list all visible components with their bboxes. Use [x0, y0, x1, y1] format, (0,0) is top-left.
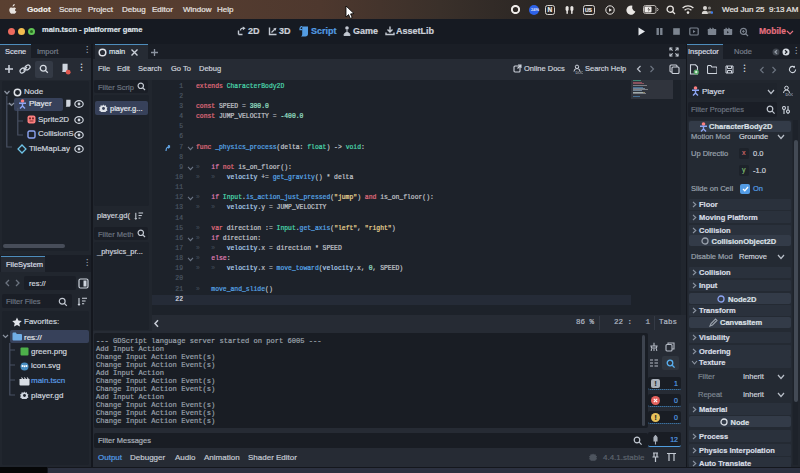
- svg-text:DOC: DOC: [575, 71, 583, 74]
- svg-text:DOC: DOC: [786, 93, 794, 96]
